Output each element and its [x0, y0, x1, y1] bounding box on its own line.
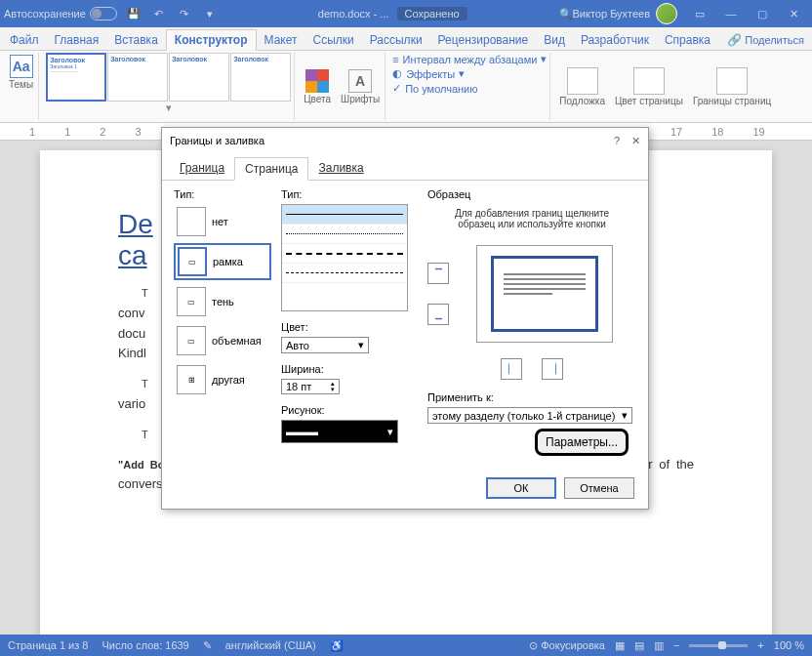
- para-spacing-button[interactable]: ≡ Интервал между абзацами ▾: [392, 53, 547, 65]
- style-listbox[interactable]: [281, 204, 408, 311]
- tab-home[interactable]: Главная: [47, 30, 107, 50]
- tab-references[interactable]: Ссылки: [304, 30, 361, 50]
- tab-shading[interactable]: Заливка: [308, 157, 373, 180]
- close-icon[interactable]: ✕: [779, 4, 808, 23]
- page-borders-button[interactable]: Границы страниц: [691, 65, 773, 108]
- fonts-button[interactable]: AШрифты: [339, 67, 382, 106]
- accessibility-icon[interactable]: ♿: [330, 639, 344, 652]
- tab-design[interactable]: Конструктор: [166, 29, 257, 51]
- color-select[interactable]: Авто▾: [281, 337, 369, 353]
- gallery-more-icon[interactable]: ▾: [166, 102, 172, 114]
- options-button[interactable]: Параметры...: [535, 429, 629, 456]
- view-read-icon[interactable]: ▦: [615, 639, 625, 652]
- save-icon[interactable]: 💾: [125, 5, 142, 22]
- page-color-icon: [633, 67, 665, 95]
- help-icon[interactable]: ?: [614, 135, 620, 147]
- word-count[interactable]: Число слов: 1639: [102, 639, 188, 651]
- style-label: Тип:: [281, 188, 418, 200]
- ribbon-opts-icon[interactable]: ▭: [685, 4, 714, 23]
- tab-layout[interactable]: Макет: [257, 30, 305, 50]
- quick-access-toolbar: 💾 ↶ ↷ ▾: [125, 5, 219, 22]
- tab-page-border[interactable]: Страница: [234, 157, 308, 181]
- focus-mode[interactable]: ⊙ Фокусировка: [529, 639, 605, 652]
- type-box[interactable]: ▭рамка: [174, 243, 271, 280]
- tab-file[interactable]: Файл: [2, 30, 47, 50]
- style-card[interactable]: Заголовок: [107, 53, 168, 102]
- edge-right-button[interactable]: ▕: [542, 358, 563, 380]
- preview-hint: Для добавления границ щелкните образец и…: [427, 204, 636, 233]
- style-item[interactable]: [282, 205, 407, 225]
- spinner-icon: ▴▾: [331, 381, 335, 391]
- cancel-button[interactable]: Отмена: [564, 477, 634, 499]
- ok-button[interactable]: ОК: [486, 477, 556, 499]
- type-none[interactable]: нет: [174, 204, 271, 239]
- zoom-level[interactable]: 100 %: [774, 639, 804, 651]
- type-custom[interactable]: ⊞другая: [174, 362, 271, 397]
- watermark-button[interactable]: Подложка: [557, 65, 607, 108]
- colors-fonts-group: Цвета AШрифты: [299, 53, 386, 120]
- window-controls: ▭ — ▢ ✕: [685, 4, 808, 23]
- tab-review[interactable]: Рецензирование: [430, 30, 537, 50]
- search-icon[interactable]: 🔍: [559, 8, 573, 20]
- style-card[interactable]: Заголовок: [230, 53, 291, 102]
- colors-icon: [305, 69, 329, 93]
- zoom-slider[interactable]: [689, 644, 748, 647]
- box-icon: ▭: [178, 247, 207, 276]
- style-item[interactable]: [282, 244, 407, 264]
- dialog-buttons: ОК Отмена: [486, 477, 634, 499]
- qat-dropdown-icon[interactable]: ▾: [201, 5, 219, 22]
- formatting-group: ≡ Интервал между абзацами ▾ ◐ Эффекты ▾ …: [389, 53, 550, 120]
- preview-page-icon: [491, 256, 598, 332]
- edge-top-button[interactable]: ▔: [427, 263, 449, 284]
- status-bar: Страница 1 из 8 Число слов: 1639 ✎ англи…: [0, 635, 812, 656]
- style-gallery-group: ЗаголовокЗаголовок 1——————— Заголовок За…: [43, 53, 295, 120]
- apply-select[interactable]: этому разделу (только 1-й странице)▾: [427, 407, 632, 424]
- tab-developer[interactable]: Разработчик: [573, 30, 657, 50]
- page-count[interactable]: Страница 1 из 8: [8, 639, 88, 651]
- dialog-close-icon[interactable]: ✕: [631, 135, 640, 147]
- default-button[interactable]: ✓ По умолчанию: [392, 82, 547, 95]
- width-spinner[interactable]: 18 пт▴▾: [281, 379, 340, 394]
- style-item[interactable]: [282, 264, 407, 283]
- autosave-toggle[interactable]: Автосохранение: [4, 7, 117, 20]
- type-shadow[interactable]: ▭тень: [174, 284, 271, 319]
- view-web-icon[interactable]: ▥: [654, 639, 664, 652]
- page-bg-group: Подложка Цвет страницы Границы страниц: [554, 53, 776, 120]
- art-select[interactable]: ▬▬▬▾: [281, 420, 398, 443]
- colors-button[interactable]: Цвета: [302, 67, 333, 106]
- effects-button[interactable]: ◐ Эффекты ▾: [392, 67, 547, 80]
- edge-bottom-button[interactable]: ▁: [427, 304, 449, 325]
- chevron-down-icon: ▾: [387, 426, 393, 438]
- zoom-out-icon[interactable]: −: [673, 639, 679, 651]
- page-color-button[interactable]: Цвет страницы: [613, 65, 685, 108]
- style-gallery[interactable]: ЗаголовокЗаголовок 1——————— Заголовок За…: [46, 53, 291, 102]
- tab-mailings[interactable]: Рассылки: [362, 30, 430, 50]
- redo-icon[interactable]: ↷: [176, 5, 193, 22]
- minimize-icon[interactable]: —: [716, 4, 746, 23]
- watermark-icon: [567, 67, 598, 95]
- style-card[interactable]: Заголовок: [169, 53, 229, 102]
- edge-left-button[interactable]: ▏: [501, 358, 522, 380]
- style-card[interactable]: ЗаголовокЗаголовок 1———————: [46, 53, 106, 102]
- tab-view[interactable]: Вид: [536, 30, 573, 50]
- type-3d[interactable]: ▭объемная: [174, 323, 271, 358]
- style-item[interactable]: [282, 225, 407, 244]
- shadow-icon: ▭: [177, 287, 206, 316]
- tab-help[interactable]: Справка: [657, 30, 718, 50]
- user-account[interactable]: Виктор Бухтеев: [573, 3, 677, 24]
- maximize-icon[interactable]: ▢: [748, 4, 777, 23]
- tab-border[interactable]: Граница: [170, 157, 234, 180]
- view-print-icon[interactable]: ▤: [634, 639, 644, 652]
- spellcheck-icon[interactable]: ✎: [203, 639, 212, 652]
- undo-icon[interactable]: ↶: [150, 5, 168, 22]
- dialog-titlebar[interactable]: Границы и заливка ? ✕: [162, 128, 648, 153]
- dialog-tabs: Граница Страница Заливка: [162, 157, 648, 181]
- themes-button[interactable]: Aa Темы: [7, 53, 35, 92]
- preview-box[interactable]: [476, 245, 613, 343]
- tab-insert[interactable]: Вставка: [106, 30, 166, 50]
- share-button[interactable]: 🔗 Поделиться: [721, 30, 810, 50]
- borders-icon: [716, 67, 748, 95]
- language-status[interactable]: английский (США): [225, 639, 316, 651]
- chevron-down-icon: ▾: [358, 339, 364, 351]
- zoom-in-icon[interactable]: +: [757, 639, 763, 651]
